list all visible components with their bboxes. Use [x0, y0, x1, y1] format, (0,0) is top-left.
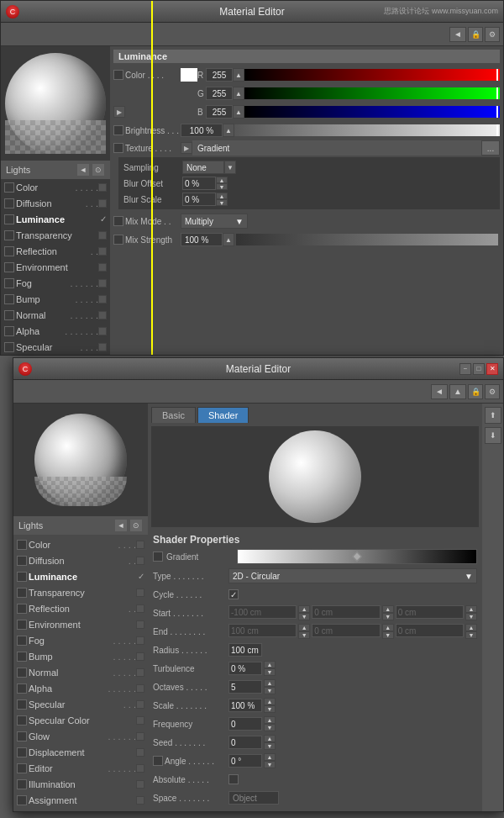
normal-checkbox-top[interactable]	[4, 310, 14, 320]
b-specular-checkbox[interactable]	[17, 699, 27, 710]
b-sidebar-alpha[interactable]: Alpha . . . . . .	[13, 680, 148, 696]
octaves-up[interactable]: ▲	[264, 679, 276, 687]
texture-expand-btn[interactable]: ▶	[181, 142, 192, 154]
alpha-checkbox[interactable]	[4, 326, 14, 336]
lights-prev-icon[interactable]: ◄	[76, 163, 90, 177]
environment-checkbox[interactable]	[4, 262, 14, 272]
b-sidebar-color[interactable]: Color . . . .	[13, 536, 148, 552]
side-icon-2[interactable]: ⬇	[485, 427, 501, 444]
sidebar-item-specular[interactable]: Specular . . . .	[1, 339, 110, 355]
octaves-dn[interactable]: ▼	[264, 687, 276, 694]
end-z[interactable]: 0 cm	[396, 624, 464, 637]
diffusion-checkbox[interactable]	[4, 198, 14, 208]
sidebar-item-color[interactable]: Color . . . . .	[1, 179, 110, 195]
angle-checkbox[interactable]	[153, 756, 163, 766]
end-y[interactable]: 0 cm	[312, 624, 380, 637]
end-z-dn[interactable]: ▼	[465, 631, 477, 639]
b-spinner-up[interactable]: ▲	[233, 105, 244, 119]
tab-basic[interactable]: Basic	[151, 407, 196, 423]
start-y-dn[interactable]: ▼	[382, 613, 394, 620]
cycle-checkbox[interactable]: ✓	[228, 589, 239, 599]
end-y-up[interactable]: ▲	[382, 624, 394, 631]
bottom-arrow-up[interactable]: ▲	[449, 384, 466, 399]
texture-options-btn[interactable]: ...	[481, 140, 500, 156]
seed-up[interactable]: ▲	[264, 735, 276, 742]
r-spinner-up[interactable]: ▲	[233, 68, 244, 82]
octaves-value[interactable]: 5	[228, 680, 262, 694]
brightness-value[interactable]: 100 %	[181, 124, 223, 137]
color-prop-checkbox[interactable]	[113, 70, 123, 80]
angle-value[interactable]: 0 °	[228, 754, 262, 768]
gradient-checkbox[interactable]	[153, 551, 163, 562]
start-y[interactable]: 0 cm	[312, 605, 380, 619]
scale-up[interactable]: ▲	[264, 698, 276, 705]
end-x-dn[interactable]: ▼	[298, 631, 310, 639]
bump-checkbox[interactable]	[4, 294, 14, 304]
start-x[interactable]: -100 cm	[228, 605, 297, 619]
type-dropdown[interactable]: 2D - Circular ▼	[228, 568, 477, 583]
sidebar-item-environment[interactable]: Environment	[1, 259, 110, 275]
b-value[interactable]: 255	[206, 105, 233, 119]
texture-checkbox[interactable]	[113, 143, 123, 153]
bottom-settings-icon[interactable]: ⚙	[485, 384, 500, 399]
b-luminance-checkbox[interactable]	[17, 572, 27, 582]
arrow-left-btn[interactable]: ◄	[449, 27, 466, 42]
start-y-up[interactable]: ▲	[382, 605, 394, 613]
b-sidebar-bump[interactable]: Bump . . . . .	[13, 648, 148, 664]
color-checkbox[interactable]	[4, 182, 14, 193]
g-value[interactable]: 255	[206, 87, 233, 100]
b-sidebar-fog[interactable]: Fog . . . . .	[13, 632, 148, 648]
b-bump-checkbox[interactable]	[17, 652, 27, 662]
radius-value[interactable]: 100 cm	[228, 643, 262, 657]
blur-scale-value[interactable]: 0 %	[182, 193, 216, 206]
frequency-value[interactable]: 0	[228, 717, 262, 731]
seed-value[interactable]: 0	[228, 736, 262, 749]
turbulence-value[interactable]: 0 %	[228, 662, 262, 675]
end-z-up[interactable]: ▲	[465, 624, 477, 631]
b-sidebar-transparency[interactable]: Transparency	[13, 584, 148, 600]
lock-icon-btn[interactable]: 🔒	[468, 27, 483, 42]
frequency-dn[interactable]: ▼	[264, 724, 276, 731]
mix-mode-checkbox[interactable]	[113, 216, 123, 226]
start-z[interactable]: 0 cm	[396, 605, 464, 619]
b-transparency-checkbox[interactable]	[17, 588, 27, 598]
turbulence-dn[interactable]: ▼	[264, 668, 276, 676]
gradient-bar[interactable]	[237, 549, 477, 564]
mix-mode-dropdown[interactable]: Multiply ▼	[181, 214, 248, 229]
start-x-up[interactable]: ▲	[298, 605, 310, 613]
sidebar-item-alpha[interactable]: Alpha . . . . . . .	[1, 323, 110, 339]
sidebar-item-normal-top[interactable]: Normal . . . . . .	[1, 307, 110, 323]
blur-scale-down[interactable]: ▼	[216, 199, 228, 206]
sidebar-item-transparency[interactable]: Transparency	[1, 227, 110, 243]
sidebar-item-luminance[interactable]: Luminance ✓	[1, 211, 110, 227]
start-z-dn[interactable]: ▼	[465, 613, 477, 620]
b-fog-checkbox[interactable]	[17, 636, 27, 646]
b-sidebar-glow[interactable]: Glow . . . . . .	[13, 728, 148, 744]
frequency-up[interactable]: ▲	[264, 716, 276, 724]
b-sidebar-specular-color[interactable]: Specular Color	[13, 712, 148, 728]
b-illumination-checkbox[interactable]	[17, 779, 27, 789]
absolute-checkbox[interactable]	[228, 774, 239, 784]
b-sidebar-specular[interactable]: Specular . . .	[13, 696, 148, 712]
b-sidebar-environment[interactable]: Environment	[13, 616, 148, 632]
brightness-spinner[interactable]: ▲	[223, 124, 234, 137]
b-sidebar-luminance[interactable]: Luminance ✓	[13, 568, 148, 584]
start-x-dn[interactable]: ▼	[298, 613, 310, 620]
angle-dn[interactable]: ▼	[264, 761, 276, 768]
transparency-checkbox[interactable]	[4, 230, 14, 240]
b-environment-checkbox[interactable]	[17, 620, 27, 630]
b-editor-checkbox[interactable]	[17, 763, 27, 773]
b-sidebar-displacement[interactable]: Displacement	[13, 744, 148, 760]
b-color-checkbox[interactable]	[17, 540, 27, 550]
sidebar-item-fog[interactable]: Fog . . . . . .	[1, 275, 110, 291]
color-swatch-white[interactable]	[181, 68, 197, 82]
bottom-lights-prev-icon[interactable]: ◄	[114, 519, 128, 532]
scale-dn[interactable]: ▼	[264, 705, 276, 713]
seed-dn[interactable]: ▼	[264, 742, 276, 750]
tab-shader[interactable]: Shader	[197, 407, 249, 423]
mix-strength-spinner[interactable]: ▲	[223, 233, 234, 246]
mix-strength-checkbox[interactable]	[113, 235, 123, 245]
turbulence-up[interactable]: ▲	[264, 661, 276, 668]
blur-offset-value[interactable]: 0 %	[182, 177, 216, 190]
fog-checkbox[interactable]	[4, 278, 14, 288]
